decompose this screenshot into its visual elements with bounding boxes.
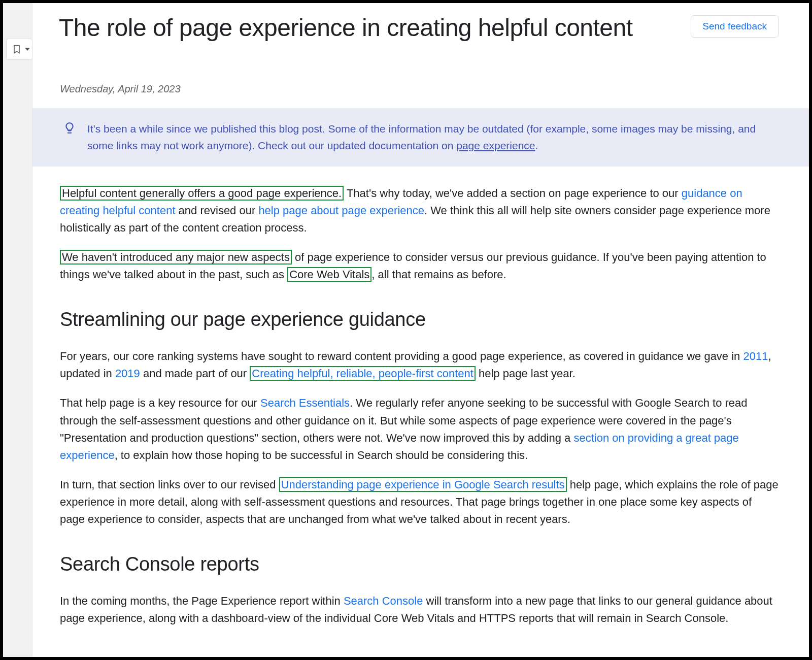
p5-t1: In turn, that section links over to our … [60,478,279,491]
left-rail [3,3,32,657]
p2-t2: , all that remains as before. [371,268,506,281]
p1-t1: That's why today, we've added a section … [344,187,682,200]
p3-t1: For years, our core ranking systems have… [60,350,743,362]
p3-t3: and made part of our [140,367,250,380]
notice-post: . [535,140,538,151]
heading-search-console: Search Console reports [60,553,779,575]
paragraph-4: That help page is a key resource for our… [60,394,779,464]
highlight-creating-helpful-link: Creating helpful, reliable, people-first… [250,366,476,381]
paragraph-3: For years, our core ranking systems have… [60,348,779,382]
p1-t2: and revised our [176,204,259,217]
notice-text: It's been a while since we published thi… [87,120,779,154]
link-2011[interactable]: 2011 [743,350,768,362]
paragraph-1: Helpful content generally offers a good … [60,185,779,237]
p4-t1: That help page is a key resource for our [60,397,260,409]
notice-pre: It's been a while since we published thi… [87,123,756,152]
highlight-no-new-aspects: We haven't introduced any major new aspe… [60,250,292,265]
paragraph-5: In turn, that section links over to our … [60,476,779,528]
lightbulb-icon [63,121,76,135]
p6-t1: In the coming months, the Page Experienc… [60,595,344,607]
paragraph-6: In the coming months, the Page Experienc… [60,592,779,627]
chevron-down-icon [25,48,30,51]
publish-date: Wednesday, April 19, 2023 [32,43,809,108]
link-creating-helpful[interactable]: Creating helpful, reliable, people-first… [252,367,473,380]
outdated-notice: It's been a while since we published thi… [32,108,809,167]
link-search-essentials[interactable]: Search Essentials [260,397,350,409]
page-title: The role of page experience in creating … [59,13,633,43]
header-row: The role of page experience in creating … [32,3,809,43]
notice-link-page-experience[interactable]: page experience [456,140,535,151]
highlight-core-web-vitals: Core Web Vitals [287,267,371,282]
highlight-understanding-page-experience: Understanding page experience in Google … [279,477,567,492]
link-help-page-experience[interactable]: help page about page experience [258,204,424,217]
page-frame: The role of page experience in creating … [3,3,809,657]
paragraph-2: We haven't introduced any major new aspe… [60,249,779,283]
highlight-helpful-content: Helpful content generally offers a good … [60,186,344,201]
heading-streamlining: Streamlining our page experience guidanc… [60,309,779,331]
link-2019[interactable]: 2019 [115,367,140,380]
article-body: Helpful content generally offers a good … [32,167,809,628]
p4-t3: , to explain how those hoping to be succ… [115,449,528,461]
send-feedback-button[interactable]: Send feedback [691,15,779,38]
link-understanding-page-experience[interactable]: Understanding page experience in Google … [281,478,565,491]
link-search-console[interactable]: Search Console [344,595,423,607]
p3-t4: help page last year. [476,367,576,380]
main-content: The role of page experience in creating … [32,3,809,657]
bookmark-dropdown[interactable] [6,39,32,60]
bookmark-icon [12,43,22,55]
